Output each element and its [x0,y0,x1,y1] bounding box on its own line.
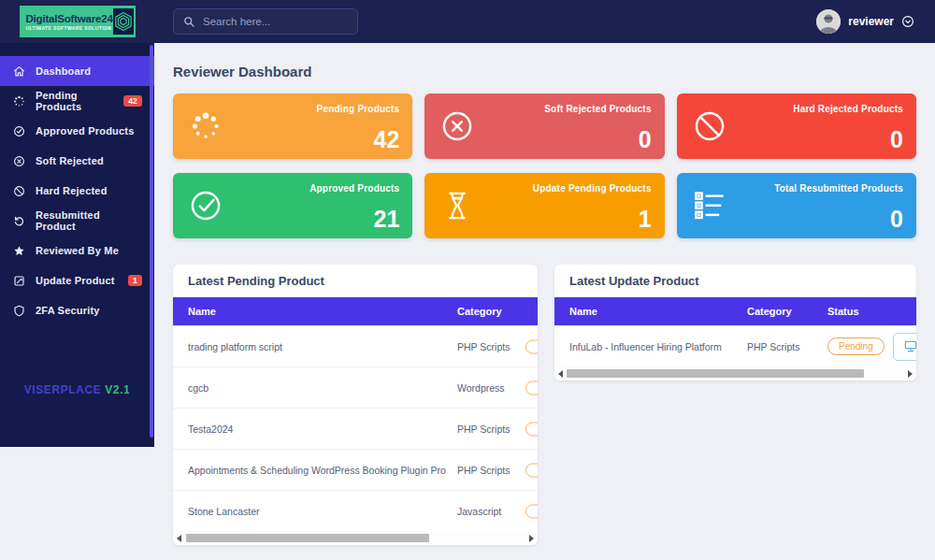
brand-text: DigitalSoftware24 ULTIMATE SOFTWARE SOLU… [26,13,113,31]
stat-card-value: 1 [639,206,652,233]
scroll-right-icon[interactable] [908,370,913,378]
scroll-right-icon[interactable] [529,535,534,542]
table-row: InfuLab - Influencer Hiring Platform PHP… [554,325,916,366]
monitor-icon [904,340,916,352]
pending-count-badge: 42 [123,95,142,108]
sidebar: Dashboard Pending Products 42 Approved P… [0,43,154,447]
sidebar-item-label: 2FA Security [36,305,100,316]
table-row: Testa2024 PHP Scripts [173,408,538,449]
star-icon [12,244,25,257]
user-name: reviewer [848,15,894,28]
sidebar-nav: Dashboard Pending Products 42 Approved P… [0,43,154,325]
sidebar-item-update-product[interactable]: Update Product 1 [0,266,154,295]
sidebar-item-label: Resubmitted Product [36,209,142,232]
sidebar-item-pending-products[interactable]: Pending Products 42 [0,86,154,116]
search-input[interactable] [203,16,334,27]
sidebar-item-resubmitted-product[interactable]: Resubmitted Product [0,206,154,236]
home-icon [12,65,25,78]
product-name: Stone Lancaster [173,506,457,517]
status-pill-clipped [525,339,538,353]
scrollbar-thumb[interactable] [186,534,429,542]
footer-version: V2.1 [105,383,130,396]
logo-zone: DigitalSoftware24 ULTIMATE SOFTWARE SOLU… [0,6,154,37]
ban-icon [12,184,25,197]
sidebar-item-label: Approved Products [36,125,134,136]
brand-logo[interactable]: DigitalSoftware24 ULTIMATE SOFTWARE SOLU… [20,6,136,37]
latest-pending-product-card: Latest Pending Product Name Category tra… [173,265,538,545]
stat-card-label: Soft Rejected Products [544,104,651,114]
sidebar-item-approved-products[interactable]: Approved Products [0,116,154,146]
status-pill-clipped [525,463,538,477]
sidebar-item-label: Pending Products [36,90,113,112]
spinner-icon [189,109,223,143]
product-category: PHP Scripts [747,341,827,352]
product-name: Testa2024 [173,424,457,435]
stat-card-value: 0 [890,126,903,153]
horizontal-scrollbar [554,366,916,381]
sidebar-item-reviewed-by-me[interactable]: Reviewed By Me [0,236,154,266]
stat-card-label: Hard Rejected Products [793,104,903,114]
table-header: Name Category Status [554,297,916,325]
tables-row: Latest Pending Product Name Category tra… [173,265,916,545]
sidebar-item-label: Dashboard [36,65,91,77]
shield-icon [12,304,25,317]
scroll-left-icon[interactable] [558,370,563,378]
horizontal-scrollbar [173,531,538,545]
card-title: Latest Update Product [554,265,916,297]
task-list-icon [693,189,726,223]
card-title: Latest Pending Product [173,265,538,297]
stat-card-pending-products: Pending Products 42 [173,93,412,159]
update-count-badge: 1 [128,275,142,287]
stat-card-total-resubmitted: Total Resubmitted Products 0 [677,173,916,238]
stat-card-update-pending: Update Pending Products 1 [424,173,664,238]
user-menu[interactable]: reviewer [816,9,914,34]
stat-card-value: 0 [890,206,903,233]
stat-card-value: 42 [374,126,400,153]
stat-card-approved-products: Approved Products 21 [173,173,412,238]
scrollbar-thumb[interactable] [567,369,864,378]
stat-card-label: Total Resubmitted Products [774,183,903,194]
chevron-down-icon [901,15,914,28]
column-header-category: Category [457,306,538,317]
search-bar [173,8,358,35]
brand-tagline: ULTIMATE SOFTWARE SOLUTION [26,25,113,31]
table-row: trading platform script PHP Scripts [173,325,538,366]
product-name: Appointments & Scheduling WordPress Book… [173,465,457,476]
edit-icon [12,274,25,287]
stat-card-hard-rejected: Hard Rejected Products 0 [677,93,916,159]
stat-card-soft-rejected: Soft Rejected Products 0 [424,93,664,159]
scroll-left-icon[interactable] [177,535,181,542]
topbar: DigitalSoftware24 ULTIMATE SOFTWARE SOLU… [0,0,935,43]
table-row: Stone Lancaster Javascript [173,490,538,531]
brand-hexagon-icon [113,8,134,35]
sidebar-item-dashboard[interactable]: Dashboard [0,56,154,86]
sidebar-item-2fa-security[interactable]: 2FA Security [0,295,154,325]
sidebar-item-soft-rejected[interactable]: Soft Rejected [0,146,154,176]
stat-card-label: Update Pending Products [533,183,652,194]
sidebar-item-label: Update Product [36,275,115,286]
product-name: trading platform script [173,341,457,352]
x-circle-icon [440,109,474,143]
check-circle-icon [189,189,223,223]
sidebar-item-hard-rejected[interactable]: Hard Rejected [0,176,154,206]
rotate-ccw-icon [12,214,25,227]
latest-update-product-card: Latest Update Product Name Category Stat… [554,265,916,381]
product-name: cgcb [173,382,457,394]
sidebar-item-label: Soft Rejected [36,155,104,166]
status-pill-clipped [525,381,538,395]
sidebar-item-label: Hard Rejected [36,185,108,196]
pending-status-pill: Pending [827,337,885,355]
preview-button[interactable] [893,333,916,361]
column-header-name: Name [554,306,747,317]
hourglass-icon [440,189,474,223]
stat-card-value: 21 [374,206,400,233]
x-circle-icon [12,154,25,167]
brand-name: DigitalSoftware24 [26,13,113,25]
status-pill-clipped [525,422,538,436]
stat-card-label: Approved Products [309,183,399,194]
column-header-status: Status [827,306,916,317]
user-avatar [816,9,841,34]
stat-card-label: Pending Products [317,104,400,114]
stat-cards-grid: Pending Products 42 Soft Rejected Produc… [173,93,916,238]
sidebar-scrollbar[interactable] [150,45,153,438]
